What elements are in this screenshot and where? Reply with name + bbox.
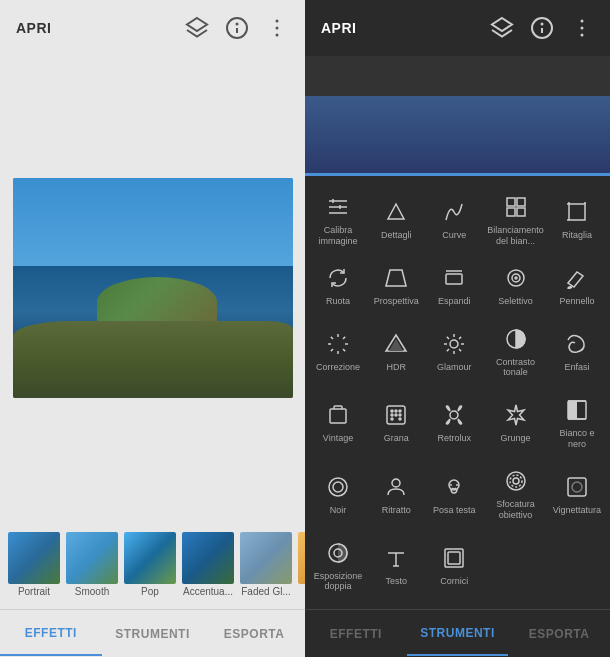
svg-rect-22 [507, 208, 515, 216]
svg-point-6 [276, 34, 279, 37]
svg-line-39 [331, 337, 333, 339]
svg-point-61 [395, 414, 397, 416]
island-layer [97, 277, 217, 327]
svg-point-77 [510, 475, 522, 487]
grana-icon [382, 401, 410, 429]
svg-rect-87 [448, 552, 460, 564]
left-layers-icon[interactable] [185, 16, 209, 40]
tool-curve[interactable]: Curve [425, 184, 483, 255]
left-tab-effetti[interactable]: EFFETTI [0, 612, 102, 656]
left-more-icon[interactable] [265, 16, 289, 40]
tool-testo[interactable]: Testo [367, 530, 425, 601]
tool-vintage[interactable]: Vintage [309, 387, 367, 458]
tool-calibra-immagine[interactable]: Calibra immagine [309, 184, 367, 255]
left-tab-esporta[interactable]: ESPORTA [203, 613, 305, 655]
right-layers-icon[interactable] [490, 16, 514, 40]
tool-ruota[interactable]: Ruota [309, 255, 367, 316]
tool-noir[interactable]: Noir [309, 458, 367, 529]
svg-rect-67 [568, 401, 577, 419]
tool-esposizione-doppia[interactable]: Esposizione doppia [309, 530, 367, 601]
svg-point-63 [391, 418, 393, 420]
tool-posa-testa-label: Posa testa [433, 505, 476, 516]
tool-hdr[interactable]: HDR [367, 316, 425, 387]
thumb-faded[interactable]: Faded Gl... [240, 532, 292, 597]
tool-espandi[interactable]: Espandi [425, 255, 483, 316]
ritaglia-icon [563, 198, 591, 226]
svg-rect-55 [330, 409, 346, 423]
svg-point-34 [515, 277, 517, 279]
espandi-icon [440, 264, 468, 292]
tool-calibra-label: Calibra immagine [313, 225, 363, 247]
thumb-portrait-img [8, 532, 60, 584]
tool-vignettatura-label: Vignettatura [553, 505, 601, 516]
calibra-icon [324, 193, 352, 221]
tool-spacer-1 [483, 530, 548, 601]
left-tab-strumenti[interactable]: STRUMENTI [102, 613, 204, 655]
svg-point-64 [399, 418, 401, 420]
svg-line-52 [447, 349, 449, 351]
thumb-smooth[interactable]: Smooth [66, 532, 118, 597]
tool-glamour[interactable]: Glamour [425, 316, 483, 387]
thumb-morning[interactable]: Morning [298, 532, 305, 597]
cornici-icon [440, 544, 468, 572]
right-tab-effetti[interactable]: EFFETTI [305, 613, 407, 655]
svg-point-58 [395, 410, 397, 412]
thumb-accentua-label: Accentua... [183, 586, 233, 597]
thumb-pop[interactable]: Pop [124, 532, 176, 597]
tool-ritaglia[interactable]: Ritaglia [548, 184, 606, 255]
posa-testa-icon [440, 473, 468, 501]
foreground-layer [13, 321, 293, 398]
tool-bilanciamento-label: Bilanciamento del bian... [487, 225, 544, 247]
tool-grana[interactable]: Grana [367, 387, 425, 458]
tool-retrolux-label: Retrolux [438, 433, 472, 444]
bianco-nero-icon [563, 396, 591, 424]
tool-retrolux[interactable]: Retrolux [425, 387, 483, 458]
tool-vignettatura[interactable]: Vignettatura [548, 458, 606, 529]
tool-sfocatura[interactable]: Sfocatura obiettivo [483, 458, 548, 529]
right-tab-esporta[interactable]: ESPORTA [508, 613, 610, 655]
thumb-accentua[interactable]: Accentua... [182, 532, 234, 597]
right-header-icons [490, 16, 594, 40]
prospettiva-icon [382, 264, 410, 292]
svg-marker-7 [492, 18, 512, 31]
tool-dettagli[interactable]: Dettagli [367, 184, 425, 255]
tool-correzione-label: Correzione [316, 362, 360, 373]
contrasto-icon [502, 325, 530, 353]
thumb-pop-img [124, 532, 176, 584]
left-header-icons [185, 16, 289, 40]
left-info-icon[interactable] [225, 16, 249, 40]
tool-pennello[interactable]: Pennello [548, 255, 606, 316]
svg-point-12 [581, 27, 584, 30]
tool-ritratto[interactable]: Ritratto [367, 458, 425, 529]
tool-enfasi-label: Enfasi [564, 362, 589, 373]
tool-glamour-label: Glamour [437, 362, 472, 373]
thumb-faded-label: Faded Gl... [241, 586, 290, 597]
tool-sfocatura-label: Sfocatura obiettivo [487, 499, 544, 521]
tool-dettagli-label: Dettagli [381, 230, 412, 241]
tool-posa-testa[interactable]: Posa testa [425, 458, 483, 529]
glamour-icon [440, 330, 468, 358]
selettivo-icon [502, 264, 530, 292]
tool-contrasto-tonale[interactable]: Contrasto tonale [483, 316, 548, 387]
tool-enfasi[interactable]: Enfasi [548, 316, 606, 387]
right-more-icon[interactable] [570, 16, 594, 40]
tool-grunge[interactable]: Grunge [483, 387, 548, 458]
enfasi-icon [563, 330, 591, 358]
tool-bianco-nero[interactable]: Bianco e nero [548, 387, 606, 458]
tools-grid: Calibra immagine Dettagli Curve [305, 176, 610, 609]
retrolux-icon [440, 401, 468, 429]
sfocatura-icon [502, 467, 530, 495]
tool-cornici[interactable]: Cornici [425, 530, 483, 601]
tool-bilanciamento[interactable]: Bilanciamento del bian... [483, 184, 548, 255]
tool-selettivo[interactable]: Selettivo [483, 255, 548, 316]
svg-point-13 [581, 34, 584, 37]
left-image-area [0, 56, 305, 519]
svg-point-57 [391, 410, 393, 412]
thumb-portrait[interactable]: Portrait [8, 532, 60, 597]
right-tab-strumenti[interactable]: STRUMENTI [407, 612, 509, 656]
tool-prospettiva[interactable]: Prospettiva [367, 255, 425, 316]
tool-correzione[interactable]: Correzione [309, 316, 367, 387]
svg-point-4 [276, 20, 279, 23]
tool-hdr-label: HDR [386, 362, 406, 373]
right-info-icon[interactable] [530, 16, 554, 40]
